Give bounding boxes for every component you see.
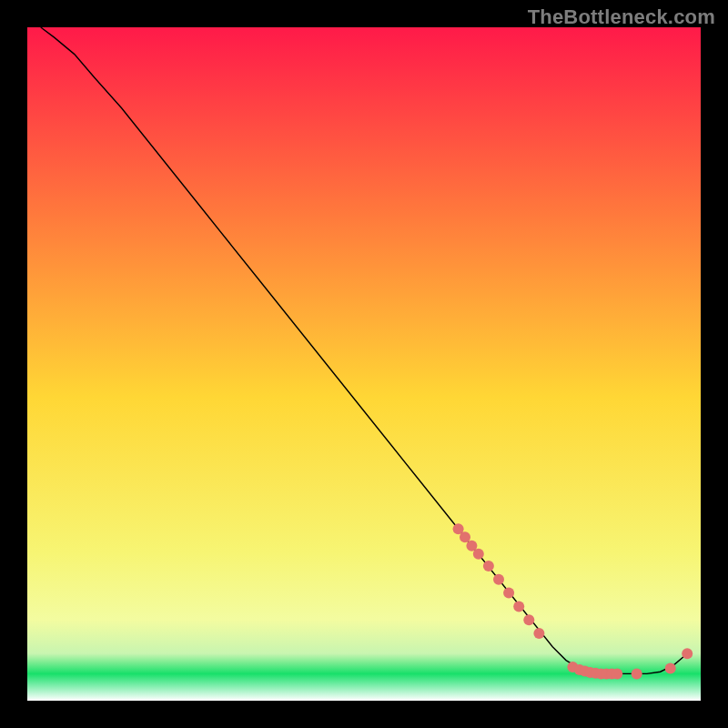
data-point	[665, 663, 676, 674]
plot-background	[27, 27, 701, 701]
watermark-text: TheBottleneck.com	[528, 5, 715, 29]
data-point	[523, 614, 534, 625]
data-point	[632, 668, 642, 679]
data-point	[533, 628, 544, 639]
data-point	[682, 648, 693, 659]
data-point	[612, 668, 622, 679]
data-point	[473, 549, 484, 560]
data-point	[503, 588, 514, 599]
data-point	[513, 601, 524, 612]
data-point	[460, 531, 470, 542]
bottleneck-chart	[0, 0, 728, 728]
chart-stage: TheBottleneck.com	[0, 0, 728, 728]
data-point	[483, 561, 494, 571]
data-point	[493, 574, 504, 585]
